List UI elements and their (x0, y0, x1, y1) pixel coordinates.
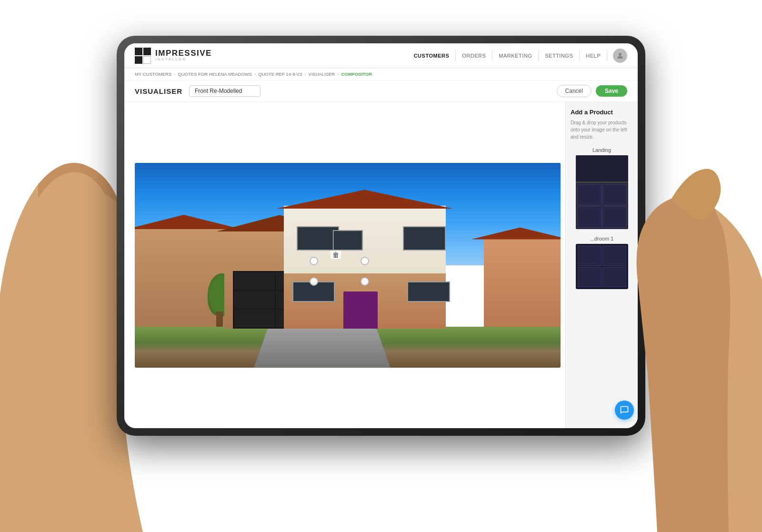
logo-sq-3 (135, 56, 142, 64)
handle-br[interactable] (361, 277, 369, 286)
window-ur (403, 226, 445, 251)
nav-user-avatar[interactable] (613, 49, 627, 63)
breadcrumb-sep-2: › (254, 71, 256, 77)
breadcrumb-quotes[interactable]: QUOTES FOR HELENA MEADOWS (178, 71, 252, 77)
header-actions: Cancel Save (557, 85, 627, 97)
logo-sq-4 (143, 56, 151, 64)
hand-right (476, 161, 762, 532)
logo-main: IMPRESSIVE (155, 49, 212, 57)
breadcrumb-my-customers[interactable]: MY CUSTOMERS (135, 71, 171, 77)
cancel-button[interactable]: Cancel (557, 85, 592, 97)
window-lr (407, 281, 450, 302)
breadcrumb-quote-ref[interactable]: QUOTE REF 14-9-V3 (258, 71, 302, 77)
nav-bar: IMPRESSIVE INSTALLER CUSTOMERS ORDERS MA… (124, 43, 638, 68)
delete-product-icon[interactable]: 🗑 (331, 251, 341, 259)
page-title: VISUALISER (135, 87, 182, 95)
logo-icon (135, 48, 151, 64)
logo-sq-2 (143, 48, 151, 55)
user-icon (616, 52, 624, 60)
logo-sq-1 (135, 48, 142, 55)
handle-tr[interactable] (361, 257, 369, 265)
scene-name-input[interactable] (189, 85, 261, 97)
handle-bl[interactable] (310, 277, 318, 286)
page-wrapper: IMPRESSIVE INSTALLER CUSTOMERS ORDERS MA… (0, 0, 762, 532)
handle-tl[interactable] (310, 257, 318, 265)
logo-area: IMPRESSIVE INSTALLER (135, 48, 212, 64)
logo-text: IMPRESSIVE INSTALLER (155, 49, 212, 62)
driveway (254, 329, 390, 368)
nav-customers[interactable]: CUSTOMERS (408, 50, 456, 61)
breadcrumb-sep-3: › (304, 71, 306, 77)
sidebar-add-product-desc: Drag & drop your products onto your imag… (571, 119, 633, 141)
save-button[interactable]: Save (596, 85, 627, 97)
breadcrumb-compositor: COMPOSITOR (341, 71, 372, 77)
nav-orders[interactable]: ORDERS (456, 50, 492, 61)
front-door (343, 291, 378, 328)
nav-help[interactable]: HELP (580, 50, 607, 61)
svg-point-0 (619, 53, 622, 56)
product-landing-label: Landing (571, 147, 633, 153)
page-header: VISUALISER Cancel Save (124, 80, 638, 102)
window-uc (333, 230, 363, 251)
nav-links: CUSTOMERS ORDERS MARKETING SETTINGS HELP (408, 50, 607, 61)
nav-settings[interactable]: SETTINGS (539, 50, 580, 61)
breadcrumb: MY CUSTOMERS › QUOTES FOR HELENA MEADOWS… (124, 68, 638, 80)
sidebar-add-product-title: Add a Product (571, 109, 633, 116)
breadcrumb-sep-4: › (337, 71, 339, 77)
breadcrumb-visualiser[interactable]: VISUALISER (308, 71, 335, 77)
nav-marketing[interactable]: MARKETING (492, 50, 539, 61)
breadcrumb-sep-1: › (174, 71, 175, 77)
logo-sub: INSTALLER (155, 57, 212, 62)
